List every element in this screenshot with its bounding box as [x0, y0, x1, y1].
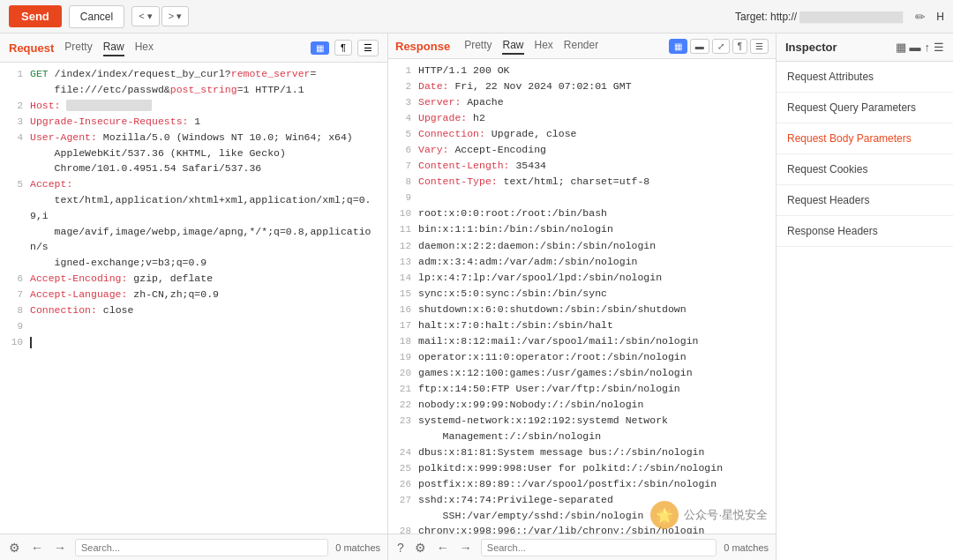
- req-line-7: 7 Accept-Language: zh-CN,zh;q=0.9: [0, 287, 387, 302]
- req-line-1: 1 GET /index/index/request_by_curl?remot…: [0, 66, 387, 98]
- resp-line-3: 3 Server: Apache: [388, 94, 776, 110]
- resp-line-7: 7 Content-Length: 35434: [388, 158, 776, 174]
- resp-icon-menu[interactable]: ☰: [750, 39, 769, 54]
- insp-icon-grid[interactable]: ▦: [896, 41, 906, 54]
- req-settings-icon[interactable]: ⚙: [7, 539, 22, 556]
- req-line-9: 9: [0, 318, 387, 334]
- resp-line-26: 26 postfix:x:89:89::/var/spool/postfix:/…: [388, 476, 776, 492]
- resp-line-6: 6 Vary: Accept-Encoding: [388, 142, 776, 158]
- resp-line-11: 11 bin:x:1:1:bin:/bin:/sbin/nologin: [388, 221, 776, 237]
- req-line-4: 4 User-Agent: Mozilla/5.0 (Windows NT 10…: [0, 130, 387, 176]
- target-label: Target: http:// ███████████████: [735, 11, 903, 23]
- request-panel-icons: ▦ ¶ ☰: [311, 40, 379, 56]
- nav-arrows: < ▾ > ▾: [131, 6, 189, 26]
- target-url: ███████████████: [799, 11, 903, 22]
- h-label: H: [936, 11, 944, 23]
- resp-line-13: 13 adm:x:3:4:adm:/var/adm:/sbin/nologin: [388, 254, 776, 270]
- main-area: Request Pretty Raw Hex ▦ ¶ ☰ 1 GET /inde…: [0, 34, 953, 560]
- request-title: Request: [9, 41, 54, 55]
- request-header: Request Pretty Raw Hex ▦ ¶ ☰: [0, 34, 387, 63]
- request-search-input[interactable]: [75, 539, 328, 556]
- resp-forward-icon[interactable]: →: [458, 539, 474, 556]
- resp-icon-para[interactable]: ¶: [732, 39, 747, 54]
- response-title: Response: [395, 40, 450, 53]
- response-header: Response Pretty Raw Hex Render ▦ ▬ ⤢ ¶ ☰: [388, 34, 776, 59]
- nav-left-button[interactable]: < ▾: [131, 6, 159, 26]
- watermark-text: 公众号·星悦安全: [684, 507, 768, 523]
- send-button[interactable]: Send: [9, 5, 62, 27]
- req-line-5: 5 Accept: text/html,application/xhtml+xm…: [0, 176, 387, 271]
- resp-line-25: 25 polkitd:x:999:998:User for polkitd:/:…: [388, 460, 776, 476]
- response-search-input[interactable]: [481, 539, 717, 556]
- resp-line-17: 17 halt:x:7:0:halt:/sbin:/sbin/halt: [388, 317, 776, 333]
- req-line-2: 2 Host: ██████████████: [0, 98, 387, 114]
- resp-help-icon[interactable]: ?: [395, 539, 406, 556]
- inspector-items-list: Request Attributes Request Query Paramet…: [777, 62, 953, 247]
- resp-line-19: 19 operator:x:11:0:operator:/root:/sbin/…: [388, 349, 776, 365]
- request-panel: Request Pretty Raw Hex ▦ ¶ ☰ 1 GET /inde…: [0, 34, 388, 560]
- resp-line-22: 22 nobody:x:99:99:Nobody:/:/sbin/nologin: [388, 397, 776, 413]
- resp-icon-expand[interactable]: ⤢: [712, 39, 730, 54]
- tab-request-hex[interactable]: Hex: [135, 39, 154, 56]
- request-code-area[interactable]: 1 GET /index/index/request_by_curl?remot…: [0, 63, 387, 534]
- req-back-icon[interactable]: ←: [29, 539, 45, 556]
- request-icon-btn-2[interactable]: ¶: [334, 40, 352, 56]
- request-icon-btn-1[interactable]: ▦: [311, 41, 329, 55]
- resp-icon-grid[interactable]: ▦: [669, 39, 687, 54]
- inspector-item-cookies[interactable]: Request Cookies: [777, 154, 953, 185]
- response-panel: Response Pretty Raw Hex Render ▦ ▬ ⤢ ¶ ☰…: [388, 34, 777, 560]
- resp-line-1: 1 HTTP/1.1 200 OK: [388, 63, 776, 78]
- tab-request-raw[interactable]: Raw: [103, 39, 124, 56]
- request-matches-label: 0 matches: [335, 542, 380, 553]
- insp-icon-up[interactable]: ↑: [925, 41, 931, 54]
- watermark: 🌟 公众号·星悦安全: [650, 501, 768, 529]
- resp-line-4: 4 Upgrade: h2: [388, 110, 776, 126]
- resp-back-icon[interactable]: ←: [435, 539, 451, 556]
- response-code-area[interactable]: 1 HTTP/1.1 200 OK 2 Date: Fri, 22 Nov 20…: [388, 59, 776, 534]
- tab-response-hex[interactable]: Hex: [535, 37, 553, 55]
- req-line-10: 10: [0, 334, 387, 350]
- edit-icon[interactable]: ✏: [915, 10, 926, 24]
- resp-line-24: 24 dbus:x:81:81:System message bus:/:/sb…: [388, 444, 776, 460]
- tab-response-pretty[interactable]: Pretty: [464, 37, 492, 55]
- tab-response-raw[interactable]: Raw: [502, 37, 523, 55]
- resp-line-18: 18 mail:x:8:12:mail:/var/spool/mail:/sbi…: [388, 333, 776, 349]
- inspector-item-req-headers[interactable]: Request Headers: [777, 185, 953, 216]
- watermark-logo: 🌟: [650, 501, 679, 529]
- resp-line-12: 12 daemon:x:2:2:daemon:/sbin:/sbin/nolog…: [388, 238, 776, 254]
- resp-line-21: 21 ftp:x:14:50:FTP User:/var/ftp:/sbin/n…: [388, 381, 776, 397]
- req-line-6: 6 Accept-Encoding: gzip, deflate: [0, 271, 387, 287]
- inspector-item-query-params[interactable]: Request Query Parameters: [777, 93, 953, 123]
- inspector-title: Inspector: [785, 41, 837, 54]
- response-tabs: Pretty Raw Hex Render: [464, 37, 598, 55]
- resp-icon-list[interactable]: ▬: [690, 39, 709, 54]
- resp-line-8: 8 Content-Type: text/html; charset=utf-8: [388, 174, 776, 190]
- inspector-item-request-attributes[interactable]: Request Attributes: [777, 62, 953, 93]
- resp-settings-icon[interactable]: ⚙: [413, 539, 428, 556]
- inspector-item-body-params[interactable]: Request Body Parameters: [777, 123, 953, 154]
- response-matches-label: 0 matches: [724, 542, 769, 553]
- resp-line-20: 20 games:x:12:100:games:/usr/games:/sbin…: [388, 365, 776, 381]
- resp-line-2: 2 Date: Fri, 22 Nov 2024 07:02:01 GMT: [388, 78, 776, 94]
- tab-request-pretty[interactable]: Pretty: [64, 39, 92, 56]
- tab-response-render[interactable]: Render: [564, 37, 598, 55]
- request-tabs: Pretty Raw Hex: [64, 39, 154, 56]
- nav-right-button[interactable]: > ▾: [161, 6, 189, 26]
- req-line-3: 3 Upgrade-Insecure-Requests: 1: [0, 114, 387, 130]
- req-forward-icon[interactable]: →: [52, 539, 68, 556]
- response-bottom-bar: ? ⚙ ← → 0 matches: [388, 534, 776, 560]
- resp-line-5: 5 Connection: Upgrade, close: [388, 126, 776, 142]
- inspector-header: Inspector ▦ ▬ ↑ ☰: [777, 34, 953, 62]
- insp-icon-list[interactable]: ▬: [910, 41, 921, 54]
- top-toolbar: Send Cancel < ▾ > ▾ Target: http:// ████…: [0, 0, 953, 34]
- cancel-button[interactable]: Cancel: [69, 5, 124, 28]
- resp-line-23: 23 systemd-network:x:192:192:systemd Net…: [388, 413, 776, 444]
- insp-icon-menu[interactable]: ☰: [934, 41, 944, 54]
- resp-line-14: 14 lp:x:4:7:lp:/var/spool/lpd:/sbin/nolo…: [388, 270, 776, 286]
- request-icon-btn-3[interactable]: ☰: [357, 40, 379, 56]
- request-bottom-bar: ⚙ ← → 0 matches: [0, 534, 387, 560]
- inspector-panel: Inspector ▦ ▬ ↑ ☰ Request Attributes Req…: [777, 34, 953, 560]
- resp-line-15: 15 sync:x:5:0:sync:/sbin:/bin/sync: [388, 286, 776, 302]
- resp-line-16: 16 shutdown:x:6:0:shutdown:/sbin:/sbin/s…: [388, 302, 776, 317]
- inspector-item-resp-headers[interactable]: Response Headers: [777, 216, 953, 247]
